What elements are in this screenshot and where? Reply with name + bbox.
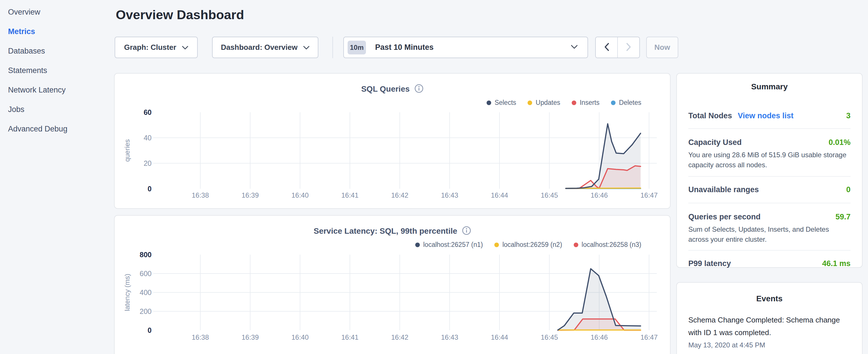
svg-text:16:39: 16:39 — [242, 191, 259, 199]
svg-text:16:46: 16:46 — [591, 191, 608, 199]
now-button[interactable]: Now — [646, 37, 678, 58]
sidebar-item-network-latency[interactable]: Network Latency — [0, 80, 115, 100]
svg-text:16:44: 16:44 — [491, 333, 508, 341]
svg-text:16:40: 16:40 — [291, 191, 309, 199]
svg-text:16:40: 16:40 — [291, 333, 309, 341]
divider — [688, 203, 850, 203]
sql-queries-chart-card: SQL Queries SelectsUpdatesInsertsDeletes… — [114, 73, 671, 209]
divider — [688, 176, 850, 177]
sidebar-item-overview[interactable]: Overview — [0, 2, 115, 22]
sidebar-item-advanced-debug[interactable]: Advanced Debug — [0, 119, 115, 139]
svg-text:16:47: 16:47 — [641, 191, 658, 199]
row-description: Sum of Selects, Updates, Inserts, and De… — [688, 224, 850, 244]
divider — [688, 250, 850, 251]
event-item-time: May 13, 2020 at 4:45 PM — [688, 341, 850, 349]
sidebar: Overview Metrics Databases Statements Ne… — [0, 0, 115, 354]
toolbar-separator — [333, 37, 333, 58]
row-value: 3 — [846, 111, 850, 120]
summary-title: Summary — [688, 74, 850, 91]
svg-text:16:38: 16:38 — [192, 333, 209, 341]
svg-text:0: 0 — [148, 185, 152, 193]
chevron-down-icon — [182, 43, 188, 52]
page-title: Overview Dashboard — [116, 7, 244, 22]
dashboard-dropdown[interactable]: Dashboard: Overview — [212, 37, 318, 58]
row-value: 46.1 ms — [822, 259, 850, 268]
chevron-left-icon — [604, 43, 609, 53]
sql-queries-plot[interactable]: 604020016:3816:3916:4016:4116:4216:4316:… — [115, 74, 671, 210]
summary-panel: Summary Total Nodes View nodes list 3 Ca… — [676, 73, 863, 268]
row-value: 0 — [846, 185, 850, 194]
view-nodes-list-link[interactable]: View nodes list — [738, 111, 794, 120]
right-column: Summary Total Nodes View nodes list 3 Ca… — [676, 73, 863, 354]
graph-scope-label: Graph: Cluster — [124, 43, 176, 52]
svg-text:40: 40 — [144, 134, 152, 142]
svg-text:16:39: 16:39 — [242, 333, 259, 341]
row-label: Total Nodes — [688, 111, 732, 120]
svg-text:400: 400 — [140, 288, 152, 296]
svg-text:16:46: 16:46 — [591, 333, 608, 341]
dashboard-label: Dashboard: Overview — [221, 43, 298, 52]
time-pager — [595, 37, 640, 58]
row-value: 59.7 — [835, 213, 850, 221]
chevron-down-icon — [571, 45, 578, 50]
svg-text:16:47: 16:47 — [641, 333, 658, 341]
svg-text:20: 20 — [144, 159, 152, 167]
svg-text:16:43: 16:43 — [441, 191, 458, 199]
time-range-select[interactable]: 10m Past 10 Minutes — [343, 37, 588, 58]
summary-row-unavailable-ranges: Unavailable ranges 0 — [688, 185, 850, 194]
row-label: Queries per second — [688, 213, 761, 221]
summary-row-queries-per-second: Queries per second 59.7 — [688, 213, 850, 221]
svg-text:16:42: 16:42 — [391, 191, 408, 199]
sidebar-item-jobs[interactable]: Jobs — [0, 100, 115, 119]
next-range-button[interactable] — [618, 37, 639, 58]
svg-text:200: 200 — [140, 307, 152, 315]
summary-row-p99-latency: P99 latency 46.1 ms — [688, 259, 850, 268]
summary-row-total-nodes: Total Nodes View nodes list 3 — [688, 111, 850, 120]
sidebar-item-metrics[interactable]: Metrics — [0, 22, 115, 41]
svg-text:0: 0 — [148, 326, 152, 334]
summary-row-capacity-used: Capacity Used 0.01% — [688, 138, 850, 147]
svg-text:16:43: 16:43 — [441, 333, 458, 341]
divider — [688, 128, 850, 129]
chevron-down-icon — [303, 43, 309, 52]
svg-text:16:41: 16:41 — [341, 333, 359, 341]
svg-text:latency (ms): latency (ms) — [123, 274, 131, 311]
svg-text:60: 60 — [144, 108, 152, 116]
svg-text:16:38: 16:38 — [192, 191, 209, 199]
svg-text:16:42: 16:42 — [391, 333, 408, 341]
row-value: 0.01% — [829, 138, 850, 147]
svg-text:queries: queries — [123, 139, 131, 162]
prev-range-button[interactable] — [596, 37, 618, 58]
sidebar-item-databases[interactable]: Databases — [0, 41, 115, 61]
svg-text:800: 800 — [140, 251, 152, 259]
svg-text:600: 600 — [140, 269, 152, 278]
service-latency-plot[interactable]: 800600400200016:3816:3916:4016:4116:4216… — [115, 216, 671, 354]
svg-text:16:41: 16:41 — [341, 191, 359, 199]
service-latency-chart-card: Service Latency: SQL, 99th percentile lo… — [114, 215, 671, 354]
row-description: You are using 28.6 MiB of 515.9 GiB usab… — [688, 150, 850, 170]
row-label: P99 latency — [688, 259, 731, 268]
chevron-right-icon — [626, 43, 631, 53]
events-panel: Events Schema Change Completed: Schema c… — [676, 282, 863, 354]
event-item-text[interactable]: Schema Change Completed: Schema change w… — [688, 314, 850, 339]
svg-text:16:45: 16:45 — [541, 191, 558, 199]
time-range-label: Past 10 Minutes — [375, 43, 434, 52]
svg-text:16:45: 16:45 — [541, 333, 558, 341]
row-label: Capacity Used — [688, 138, 742, 147]
events-title: Events — [688, 283, 850, 303]
svg-text:16:44: 16:44 — [491, 191, 508, 199]
graph-scope-dropdown[interactable]: Graph: Cluster — [115, 37, 198, 58]
time-range-badge: 10m — [348, 41, 366, 55]
row-label: Unavailable ranges — [688, 185, 759, 194]
sidebar-item-statements[interactable]: Statements — [0, 61, 115, 80]
